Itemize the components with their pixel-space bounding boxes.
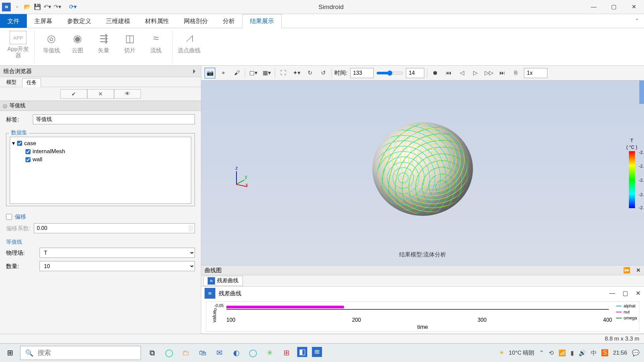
new-icon[interactable]: ▫ [13,3,21,11]
undo-icon[interactable]: ↶▾ [44,3,51,11]
select-icon[interactable]: ⌖ [218,68,229,78]
streamline-button[interactable]: ≈ 流线 [144,31,168,63]
refresh-icon[interactable]: ⟳▾ [69,3,76,11]
sogou-icon[interactable]: S [601,349,608,356]
ime-icon[interactable]: 中 [591,349,597,357]
office-icon[interactable]: ⊞ [280,347,292,359]
field-select[interactable]: T [40,248,195,258]
qty-select[interactable]: 10 [40,261,195,271]
tab-3dmodel[interactable]: 三维建模 [99,14,138,28]
volume-icon[interactable]: 🔊 [579,349,586,357]
tree-child-0-checkbox[interactable] [25,149,31,154]
3d-viewport[interactable]: z y x 结果模型:流体分析 T ( °C ) -2.731e+02 -2.7… [201,80,644,265]
tray-sync-icon[interactable]: ⟲ [549,349,554,357]
explorer-icon[interactable]: 🗀 [180,347,192,359]
dataset-tree[interactable]: ▾ case internalMesh wall [10,137,191,204]
rotate-ccw-icon[interactable]: ↺ [318,68,329,78]
browser-icon[interactable]: ◯ [247,347,259,359]
app1-icon[interactable]: ◧ [297,347,307,357]
label-input[interactable] [33,114,195,124]
axis-toggle-icon[interactable]: ✦▾ [291,68,302,78]
last-frame-icon[interactable]: ⏭ [497,68,508,78]
offset-coef-input[interactable]: 0.00 [34,223,195,233]
curve-ff-icon[interactable]: ⏩ [623,267,630,274]
start-button[interactable]: ⊞ [0,349,20,357]
battery-icon[interactable]: ▮ [571,349,574,357]
minimize-button[interactable]: ― [584,0,604,14]
app-developer-button[interactable]: APP App开发器 [6,31,30,63]
curve-close2-icon[interactable]: ✕ [636,290,641,297]
first-frame-icon[interactable]: ⏮ [443,68,454,78]
contour-button[interactable]: ◎ 等值线 [39,31,63,63]
tab-analysis[interactable]: 分析 [215,14,242,28]
record-icon[interactable]: ⏺ [430,68,441,78]
cloud-button[interactable]: ◉ 云图 [65,31,90,63]
tree-root[interactable]: ▾ case [12,139,189,147]
tree-expand-icon[interactable]: ▾ [12,140,15,147]
tab-model[interactable]: 模型 [2,78,21,87]
curve-close-icon[interactable]: ✕ [636,267,641,274]
time-slider[interactable] [376,70,403,76]
fit-icon[interactable]: ⛶ [278,68,288,78]
prev-frame-icon[interactable]: ◁ [457,68,468,78]
tab-home[interactable]: 主屏幕 [27,14,60,28]
notifications-icon[interactable]: 💬 [632,349,639,357]
save-icon[interactable]: 💾 [34,3,41,11]
scrollbar[interactable] [639,80,644,104]
offset-checkbox[interactable] [6,214,12,220]
frame-input[interactable] [406,68,424,78]
weather-text[interactable]: 10°C 晴朗 [509,349,535,357]
curve-max-icon[interactable]: ▢ [623,290,628,297]
open-icon[interactable]: 📂 [23,3,31,11]
simdroid-taskbar-icon[interactable]: ≋ [312,347,322,357]
tab-file[interactable]: 文件 [0,14,27,28]
time-input[interactable] [350,68,374,78]
edge-icon[interactable]: ◯ [163,347,175,359]
cancel-button[interactable]: ✕ [87,89,114,99]
tab-mesh[interactable]: 网格剖分 [176,14,215,28]
section-label: 等值线 [9,102,25,109]
mail-icon[interactable]: ✉ [213,347,225,359]
taskbar-search[interactable]: 🔍 搜索 [20,346,141,360]
curve-tab-residual[interactable]: ≋ 残差曲线 [203,276,243,286]
clock[interactable]: 21:56 [613,350,627,356]
tab-material[interactable]: 材料属性 [138,14,176,28]
tray-expand-icon[interactable]: ⌃ [539,349,544,357]
close-button[interactable]: ✕ [624,0,644,14]
point-curve-button[interactable]: ⩘ 选点曲线 [177,31,201,63]
export-icon[interactable]: ⎘ [511,68,521,78]
wechat-icon[interactable]: ✳ [264,347,276,359]
weather-icon[interactable]: ☀ [499,349,504,356]
tab-task[interactable]: 任务 [22,78,41,87]
play-icon[interactable]: ▷ [470,68,481,78]
rotate-cw-icon[interactable]: ↻ [305,68,315,78]
residual-plot[interactable]: value -0.050 100 200 300 400 time alphat… [206,301,639,331]
task-view-icon[interactable]: ⧉ [146,347,158,359]
redo-icon[interactable]: ↷▾ [54,3,61,11]
tree-child-0[interactable]: internalMesh [12,147,189,156]
preview-button[interactable]: 👁 [114,89,141,99]
tab-results[interactable]: 结果展示 [242,14,282,28]
apply-button[interactable]: ✔ [60,89,87,99]
curve-min-icon[interactable]: ― [609,290,615,297]
wifi-icon[interactable]: 📶 [558,349,566,357]
vector-button[interactable]: ⇶ 矢量 [92,31,116,63]
tree-child-1[interactable]: wall [12,156,189,164]
cube-view-icon[interactable]: ▢▾ [248,68,259,78]
slice-button[interactable]: ◫ 切片 [118,31,142,63]
tree-child-1-checkbox[interactable] [25,157,31,162]
brush-icon[interactable]: 🖌 [231,68,242,78]
camera-icon[interactable]: 📷 [205,68,215,78]
ribbon-collapse-icon[interactable]: ⌃ [635,17,639,24]
store-icon[interactable]: 🛍 [197,347,209,359]
legend-sw-1 [616,312,622,312]
speed-select[interactable] [524,68,547,78]
edge2-icon[interactable]: ◐ [230,347,242,359]
tab-params[interactable]: 参数定义 [60,14,99,28]
tree-root-checkbox[interactable] [17,141,22,146]
curve-panel-header: 曲线图 ⏩ ✕ [201,265,644,275]
maximize-button[interactable]: ▢ [604,0,624,14]
color-cube-icon[interactable]: ▦▾ [261,68,272,78]
next-frame-icon[interactable]: ▷▷ [484,68,494,78]
panel-collapse-icon[interactable]: ⏵ [192,68,198,75]
